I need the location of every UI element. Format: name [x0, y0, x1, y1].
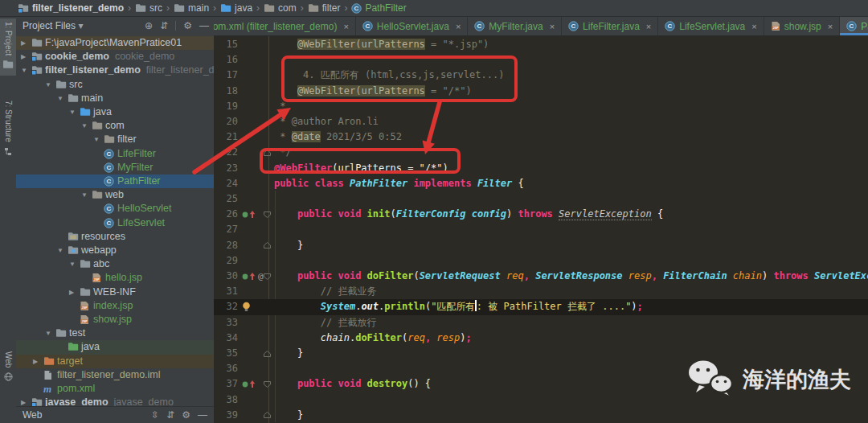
chevron-right-icon[interactable]: ▶	[69, 289, 74, 296]
toolwindow-button-project[interactable]: 1: Project	[0, 18, 16, 76]
tree-item-filter-listener-demo[interactable]: ▼filter_listener_demofilter_listener_dem…	[16, 64, 214, 77]
chevron-down-icon[interactable]: ▼	[81, 122, 88, 129]
implement-method-icon[interactable]	[241, 272, 257, 281]
tree-item-target[interactable]: ▶target	[16, 355, 214, 368]
tree-item-webapp[interactable]: ▼webapp	[16, 244, 214, 257]
tree-item-test[interactable]: ▼test	[16, 326, 214, 340]
toolwindow-button-web[interactable]: Web	[0, 348, 16, 388]
breadcrumb-item-com[interactable]: com	[264, 2, 297, 14]
fold-marker-icon[interactable]	[263, 411, 272, 419]
chevron-right-icon[interactable]: ▶	[21, 399, 26, 406]
close-icon[interactable]: ×	[646, 22, 651, 31]
code-line[interactable]: 25	[214, 191, 868, 207]
tree-item-main[interactable]: ▼main	[16, 92, 214, 105]
tree-item-lifeservlet[interactable]: CLifeServlet	[16, 216, 214, 230]
chevron-down-icon[interactable]: ▼	[69, 109, 76, 116]
tab-pathfilter-java[interactable]: CPathFilter.java×	[840, 17, 868, 35]
chevron-down-icon[interactable]: ▼	[45, 330, 51, 337]
tree-item-cookie-demo[interactable]: ▶cookie_democookie_demo	[16, 50, 214, 64]
project-view-dropdown[interactable]: Project Files ▾	[23, 20, 83, 31]
close-icon[interactable]: ×	[343, 22, 348, 31]
close-icon[interactable]: ×	[828, 22, 833, 31]
close-icon[interactable]: ×	[456, 22, 461, 31]
tree-item-web-inf[interactable]: ▶WEB-INF	[16, 285, 214, 299]
implement-method-icon[interactable]	[241, 380, 257, 389]
code-line[interactable]: 22 */	[214, 145, 868, 160]
tree-item-show-jsp[interactable]: JSPshow.jsp	[16, 313, 214, 326]
tree-item-resources[interactable]: resources	[16, 230, 214, 244]
fold-marker-icon[interactable]	[263, 241, 272, 249]
tab-pom-xml-filter-listener-demo-[interactable]: pom.xml (filter_listener_demo)×	[214, 17, 356, 35]
tree-item-index-jsp[interactable]: JSPindex.jsp	[16, 299, 214, 313]
tree-item-filter[interactable]: ▼filter	[16, 133, 214, 146]
tab-myfilter-java[interactable]: CMyFilter.java×	[468, 17, 562, 35]
chevron-down-icon[interactable]: ▼	[81, 191, 88, 199]
tree-item-pom-xml[interactable]: mpom.xml	[16, 382, 214, 396]
fold-marker-icon[interactable]	[263, 211, 272, 219]
fold-marker-icon[interactable]	[263, 149, 272, 157]
tab-show-jsp[interactable]: JSPshow.jsp×	[764, 17, 840, 35]
intention-bulb-icon[interactable]	[241, 302, 252, 312]
breadcrumb-item-src[interactable]: src	[135, 2, 162, 14]
tree-item-src[interactable]: ▼src	[16, 78, 214, 92]
chevron-down-icon[interactable]: ▼	[57, 95, 63, 102]
toolwindow-button-structure[interactable]: 7: Structure	[0, 97, 16, 162]
breadcrumb-item-main[interactable]: main	[174, 2, 209, 14]
tree-item-pathfilter[interactable]: CPathFilter	[16, 175, 214, 188]
chevron-right-icon[interactable]: ▶	[21, 53, 26, 60]
fold-marker-icon[interactable]	[263, 273, 272, 281]
implement-method-icon[interactable]	[241, 210, 257, 220]
tree-item-web[interactable]: ▼web	[16, 188, 214, 202]
code-line[interactable]: 39 }	[214, 408, 868, 423]
settings-gear-icon[interactable]: ⚙	[183, 20, 192, 31]
tree-item-f-javaproject-mavenpratice01[interactable]: ▶F:\javaProject\MavenPratice01	[16, 36, 214, 50]
code-line[interactable]: 20 * @author Aron.li	[214, 114, 868, 129]
tree-item-filter-listener-demo-iml[interactable]: filter_listener_demo.iml	[16, 368, 214, 382]
close-icon[interactable]: ×	[550, 22, 555, 31]
tab-helloservlet-java[interactable]: CHelloServlet.java×	[356, 17, 468, 35]
code-line[interactable]: 33 // 拦截放行	[214, 315, 868, 331]
fold-marker-icon[interactable]	[263, 380, 272, 388]
code-line[interactable]: 23@WebFilter(urlPatterns = "/*")	[214, 161, 868, 176]
chevron-right-icon[interactable]: ▶	[21, 39, 26, 47]
code-line[interactable]: 17 4. 匹配所有 (html,css,js,servlet...)	[214, 68, 868, 83]
breadcrumb-item-filter[interactable]: filter	[308, 2, 341, 14]
hide-panel-icon[interactable]: —	[198, 409, 207, 421]
code-line[interactable]: 28 }	[214, 238, 868, 253]
code-line[interactable]: 19 *	[214, 99, 868, 114]
close-icon[interactable]: ×	[751, 22, 756, 31]
code-line[interactable]: 18 @WebFilter(urlPatterns = "/*")	[214, 84, 868, 99]
tree-item-javase-demo[interactable]: ▶javase_demojavase_demo	[16, 396, 214, 406]
expand-all-icon[interactable]: ⇳	[151, 409, 159, 421]
code-line[interactable]: 27	[214, 222, 868, 237]
tree-item-lifefilter[interactable]: CLifeFilter	[16, 147, 214, 161]
breadcrumb-item-pathfilter[interactable]: CPathFilter	[351, 2, 406, 14]
breadcrumb-item-filter_listener_demo[interactable]: filter_listener_demo	[18, 2, 124, 14]
code-line[interactable]: 29	[214, 253, 868, 269]
chevron-down-icon[interactable]: ▼	[45, 81, 51, 88]
collapse-all-icon[interactable]: ⇵	[166, 409, 174, 421]
chevron-down-icon[interactable]: ▼	[21, 67, 27, 74]
tree-item-java[interactable]: ▼java	[16, 105, 214, 119]
tree-item-abc[interactable]: ▼abc	[16, 257, 214, 271]
tree-item-helloservlet[interactable]: CHelloServlet	[16, 202, 214, 216]
tree-item-java[interactable]: java	[16, 340, 214, 354]
code-line[interactable]: 21 * @date 2021/3/5 0:52	[214, 129, 868, 145]
chevron-down-icon[interactable]: ▼	[69, 261, 76, 268]
code-line[interactable]: 15 @WebFilter(urlPatterns = "*.jsp")	[214, 37, 868, 52]
tree-item-com[interactable]: ▼com	[16, 119, 214, 133]
chevron-down-icon[interactable]: ▼	[93, 136, 100, 143]
code-line[interactable]: 30@ public void doFilter(ServletRequest …	[214, 269, 868, 284]
fold-marker-icon[interactable]	[263, 350, 272, 358]
locate-icon[interactable]: ⊕	[145, 20, 153, 31]
tab-lifefilter-java[interactable]: CLifeFilter.java×	[562, 17, 658, 35]
code-line[interactable]: 24public class PathFilter implements Fil…	[214, 176, 868, 191]
tree-item-myfilter[interactable]: CMyFilter	[16, 161, 214, 175]
code-line[interactable]: 31 // 拦截业务	[214, 284, 868, 299]
code-line[interactable]: 34 chain.doFilter(req, resp);	[214, 331, 868, 346]
code-line[interactable]: 32 System.out.println("匹配所有: 被 PathFilte…	[214, 299, 868, 314]
hide-panel-icon[interactable]: —	[199, 20, 209, 31]
breadcrumb-item-java[interactable]: java	[220, 2, 252, 14]
chevron-right-icon[interactable]: ▶	[33, 358, 38, 365]
settings-gear-icon[interactable]: ⚙	[182, 409, 190, 421]
